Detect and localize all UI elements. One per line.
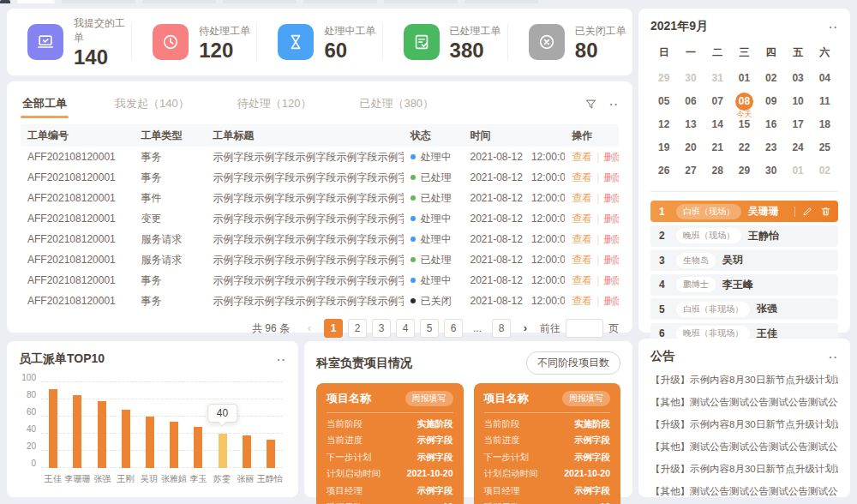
calendar-day[interactable]: 01 <box>731 69 758 87</box>
calendar-day[interactable]: 16 <box>758 115 784 134</box>
view-link[interactable]: 查看 <box>572 254 592 266</box>
filter-funnel-icon[interactable] <box>584 98 597 111</box>
browser-tab[interactable] <box>303 0 377 3</box>
chart-bar[interactable] <box>98 401 106 468</box>
calendar-day[interactable]: 04 <box>812 69 838 87</box>
delete-link[interactable]: 删除 <box>603 151 619 163</box>
calendar-day[interactable]: 30 <box>758 161 784 180</box>
browser-tab[interactable] <box>0 0 10 3</box>
tab-orders-0[interactable]: 全部工单 <box>21 91 69 117</box>
calendar-day[interactable]: 27 <box>677 161 704 180</box>
calendar-day[interactable]: 13 <box>677 115 704 134</box>
view-link[interactable]: 查看 <box>572 151 592 163</box>
edit-icon[interactable] <box>802 206 813 217</box>
calendar-day[interactable]: 18 <box>812 115 838 134</box>
browser-tab[interactable] <box>384 0 458 3</box>
calendar-day[interactable]: 26 <box>650 161 677 180</box>
calendar-day[interactable]: 01 <box>784 161 811 180</box>
pagination-page-button[interactable]: 5 <box>420 319 439 338</box>
pagination-page-button[interactable]: 6 <box>444 319 463 338</box>
calendar-day[interactable]: 29 <box>731 161 758 180</box>
delete-link[interactable]: 删除 <box>603 254 619 266</box>
calendar-day[interactable]: 29 <box>650 69 677 87</box>
weekly-report-badge[interactable]: 周报填写 <box>562 391 610 406</box>
calendar-day[interactable]: 30 <box>677 69 704 87</box>
view-link[interactable]: 查看 <box>572 213 592 225</box>
browser-tab[interactable] <box>464 0 538 3</box>
announcement-item[interactable]: 【其他】测试公告测试公告测试公告测试公告测试公告 <box>650 396 838 409</box>
announcement-item[interactable]: 【其他】测试公告测试公告测试公告测试公告测试公告 <box>650 441 838 453</box>
pagination-next-button[interactable]: › <box>516 319 535 338</box>
chart-bar[interactable] <box>267 440 275 468</box>
chart-bar[interactable] <box>243 435 251 468</box>
delete-link[interactable]: 删除 <box>603 171 619 183</box>
chart-bar[interactable] <box>122 410 130 468</box>
delete-link[interactable]: 删除 <box>603 213 619 225</box>
view-link[interactable]: 查看 <box>572 171 592 183</box>
schedule-item[interactable]: 4鹏博士李王峰 <box>650 274 838 296</box>
chart-bar[interactable] <box>170 422 178 468</box>
browser-tab[interactable] <box>223 0 297 3</box>
tab-orders-2[interactable]: 待处理（120） <box>236 91 314 117</box>
table-more-icon[interactable]: ·· <box>609 98 619 111</box>
announcements-more-icon[interactable]: ·· <box>829 351 838 363</box>
announcement-item[interactable]: 【升级】示例内容8月30日新节点升级计划通知 <box>650 463 838 476</box>
calendar-more-icon[interactable]: ·· <box>829 21 838 33</box>
calendar-day[interactable]: 11 <box>812 92 838 111</box>
schedule-item[interactable]: 1白班（现场）吴珊珊 <box>650 201 838 222</box>
pagination-page-button[interactable]: 2 <box>348 319 367 338</box>
calendar-day[interactable]: 05 <box>650 92 677 111</box>
calendar-day[interactable]: 19 <box>650 138 677 157</box>
calendar-day[interactable]: 03 <box>784 69 811 87</box>
chart-bar[interactable] <box>146 417 154 468</box>
chart-bar[interactable] <box>194 427 202 468</box>
calendar-day[interactable]: 09 <box>758 92 784 111</box>
calendar-day[interactable]: 17 <box>784 115 811 134</box>
chart-more-icon[interactable]: ·· <box>277 353 286 366</box>
view-link[interactable]: 查看 <box>572 274 592 286</box>
browser-tab[interactable] <box>17 0 55 3</box>
chart-bar[interactable] <box>49 389 57 468</box>
announcement-item[interactable]: 【其他】测试公告测试公告测试公告测试公告测试公告 <box>650 485 838 498</box>
stage-count-button[interactable]: 不同阶段项目数 <box>526 351 620 375</box>
tab-orders-1[interactable]: 我发起（140） <box>113 91 191 117</box>
calendar-day[interactable]: 25 <box>812 138 838 157</box>
schedule-item[interactable]: 3生物岛吴玥 <box>650 249 838 271</box>
delete-link[interactable]: 删除 <box>603 233 619 245</box>
chart-bar[interactable] <box>219 434 227 468</box>
schedule-item[interactable]: 2晚班（现场）王静怡 <box>650 225 838 247</box>
announcement-item[interactable]: 【升级】示例内容8月30日新节点升级计划通知 <box>650 374 838 387</box>
announcement-item[interactable]: 【升级】示例内容8月30日新节点升级计划通知 <box>650 418 838 431</box>
calendar-day[interactable]: 31 <box>704 69 731 87</box>
schedule-item[interactable]: 5白班（非现场）张强 <box>650 298 838 320</box>
calendar-day[interactable]: 28 <box>704 161 731 180</box>
calendar-day[interactable]: 20 <box>677 138 704 157</box>
chart-bar[interactable] <box>73 395 81 468</box>
delete-link[interactable]: 删除 <box>603 274 619 286</box>
pagination-page-button[interactable]: 3 <box>372 319 391 338</box>
calendar-day[interactable]: 08今天 <box>731 92 758 111</box>
pagination-page-button[interactable]: 8 <box>492 319 511 338</box>
weekly-report-badge[interactable]: 周报填写 <box>405 391 453 406</box>
browser-tab[interactable] <box>142 0 216 3</box>
calendar-day[interactable]: 21 <box>704 138 731 157</box>
delete-link[interactable]: 删除 <box>603 295 619 307</box>
page-jump-input[interactable] <box>566 319 603 338</box>
trash-icon[interactable] <box>820 206 831 217</box>
tab-orders-3[interactable]: 已处理（380） <box>357 91 435 117</box>
calendar-day[interactable]: 02 <box>812 161 838 180</box>
calendar-day[interactable]: 24 <box>784 138 811 157</box>
calendar-day[interactable]: 15 <box>731 115 758 134</box>
browser-tab[interactable] <box>62 0 135 3</box>
calendar-day[interactable]: 10 <box>784 92 811 111</box>
pagination-page-button[interactable]: 4 <box>396 319 415 338</box>
calendar-day[interactable]: 14 <box>704 115 731 134</box>
delete-link[interactable]: 删除 <box>603 192 619 204</box>
calendar-day[interactable]: 02 <box>758 69 784 87</box>
view-link[interactable]: 查看 <box>572 295 592 307</box>
pagination-page-button[interactable]: 1 <box>324 319 343 338</box>
view-link[interactable]: 查看 <box>572 192 592 204</box>
view-link[interactable]: 查看 <box>572 233 592 245</box>
calendar-day[interactable]: 12 <box>650 115 677 134</box>
calendar-day[interactable]: 22 <box>731 138 758 157</box>
